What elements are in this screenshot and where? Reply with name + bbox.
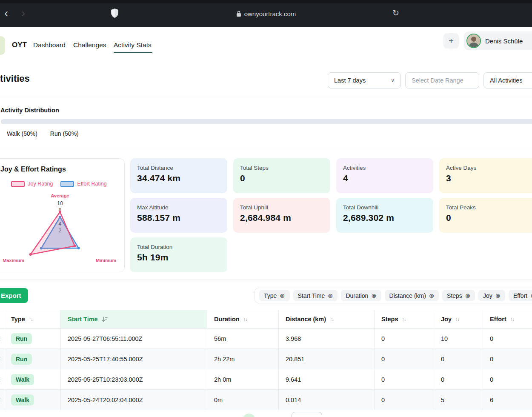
stat-label: Activities xyxy=(343,165,426,171)
stat-value: 5h 19m xyxy=(137,252,220,263)
table-row[interactable]: ⋮⋮ Run 2025-05-27T06:55:11.000Z 56m 3.96… xyxy=(0,328,532,349)
sort-icon[interactable]: ↑↓ xyxy=(510,317,514,322)
chip-label: Steps xyxy=(447,292,462,299)
joy-legend-label: Joy Rating xyxy=(28,181,53,187)
drag-handle-icon[interactable]: ⋮⋮ xyxy=(0,336,4,342)
drag-handle-icon[interactable]: ⋮⋮ xyxy=(0,356,4,362)
avatar xyxy=(466,34,481,48)
radar-title: Joy & Effort Ratings xyxy=(0,166,66,173)
effort-legend-label: Effort Rating xyxy=(77,181,106,187)
remove-icon[interactable]: ⊗ xyxy=(495,292,501,299)
table-row[interactable]: ⋮⋮ Run 2025-05-25T17:40:55.000Z 2h 22m 2… xyxy=(0,349,532,369)
stat-value: 3 xyxy=(446,173,529,183)
stat-total-downhill: Total Downhill2,689.302 m xyxy=(336,198,433,233)
export-button[interactable]: Export xyxy=(0,288,28,303)
stat-label: Max Altitude xyxy=(137,204,220,211)
date-range-input[interactable]: Select Date Range xyxy=(405,72,479,89)
col-header-start-time[interactable]: Start Time xyxy=(61,310,207,328)
cell-distance: 9.641 xyxy=(279,369,375,389)
address-bar[interactable]: ownyourtrack.com xyxy=(0,0,532,27)
chip-type[interactable]: Type⊗ xyxy=(259,290,290,301)
cell-start-time: 2025-05-25T10:23:03.000Z xyxy=(61,369,207,389)
activity-type-select[interactable]: All Activities xyxy=(483,72,532,89)
sort-icon[interactable]: ↑↓ xyxy=(455,317,459,322)
stat-max-altitude: Max Altitude588.157 m xyxy=(130,198,227,233)
type-badge: Walk xyxy=(11,394,34,406)
distribution-legend: Walk (50%) Run (50%) xyxy=(7,130,79,137)
remove-icon[interactable]: ⊗ xyxy=(371,292,376,299)
add-button[interactable]: + xyxy=(443,33,459,49)
tab-dashboard[interactable]: Dashboard xyxy=(33,41,66,49)
joy-swatch xyxy=(11,181,25,187)
cell-distance: 20.851 xyxy=(279,349,375,369)
drag-handle-icon[interactable]: ⋮⋮ xyxy=(0,377,4,383)
drag-handle-icon[interactable]: ⋮⋮ xyxy=(0,397,4,403)
stat-label: Total Duration xyxy=(137,244,220,250)
sort-desc-icon[interactable] xyxy=(102,317,108,322)
chip-effort[interactable]: Effort⊗ xyxy=(509,290,532,301)
activity-type-value: All Activities xyxy=(490,77,523,84)
sort-icon[interactable]: ↑↓ xyxy=(29,317,33,322)
tab-challenges[interactable]: Challenges xyxy=(73,41,106,49)
col-header-steps[interactable]: Steps↑↓ xyxy=(375,310,434,328)
time-range-value: Last 7 days xyxy=(334,77,366,84)
stat-label: Active Days xyxy=(446,165,529,171)
cell-effort: 0 xyxy=(483,369,532,389)
screen: ‹ › ownyourtrack.com ↻ OYT Dashboard Cha… xyxy=(0,0,532,417)
time-range-select[interactable]: Last 7 days ∨ xyxy=(328,72,401,89)
chip-joy[interactable]: Joy⊗ xyxy=(478,290,505,301)
cell-distance: 3.968 xyxy=(279,328,375,348)
col-header-distance[interactable]: Distance (km)↑↓ xyxy=(279,310,375,328)
divider xyxy=(0,147,532,147)
sort-icon[interactable]: ↑↓ xyxy=(402,317,406,322)
brand-oyt[interactable]: OYT xyxy=(12,41,27,49)
cell-start-time: 2025-05-24T20:02:04.000Z xyxy=(61,390,207,410)
col-header-effort[interactable]: Effort↑↓ xyxy=(483,310,532,328)
remove-icon[interactable]: ⊗ xyxy=(530,292,532,299)
chip-start-time[interactable]: Start Time⊗ xyxy=(293,290,338,301)
reload-icon[interactable]: ↻ xyxy=(392,8,399,18)
col-label: Effort xyxy=(490,316,506,323)
tab-activity-stats[interactable]: Activity Stats xyxy=(114,41,152,49)
column-chips: Type⊗ Start Time⊗ Duration⊗ Distance (km… xyxy=(255,288,532,303)
cell-steps: 0 xyxy=(375,390,434,410)
legend-walk: Walk (50%) xyxy=(7,130,37,137)
stat-value: 2,689.302 m xyxy=(343,213,426,223)
remove-icon[interactable]: ⊗ xyxy=(429,292,434,299)
legend-item-effort[interactable]: Effort Rating xyxy=(60,181,106,187)
stat-value: 34.474 km xyxy=(137,173,220,183)
cell-duration: 2h 22m xyxy=(207,349,279,369)
svg-text:Minimum: Minimum xyxy=(96,258,116,263)
effort-swatch xyxy=(60,181,74,187)
svg-text:Maximum: Maximum xyxy=(3,258,24,263)
col-header-duration[interactable]: Duration↑↓ xyxy=(207,310,279,328)
cell-steps: 0 xyxy=(375,349,434,369)
sort-icon[interactable]: ↑↓ xyxy=(330,317,334,322)
chip-distance[interactable]: Distance (km)⊗ xyxy=(385,290,439,301)
cell-joy: 0 xyxy=(434,369,483,389)
col-header-type[interactable]: Type↑↓ xyxy=(4,310,61,328)
chip-steps[interactable]: Steps⊗ xyxy=(442,290,475,301)
remove-icon[interactable]: ⊗ xyxy=(465,292,470,299)
svg-text:Average: Average xyxy=(51,193,69,198)
table-row[interactable]: ⋮⋮ Walk 2025-05-24T20:02:04.000Z 0m 0.01… xyxy=(0,390,532,410)
sort-icon[interactable]: ↑↓ xyxy=(243,317,247,322)
pagination-page-button[interactable] xyxy=(243,414,255,417)
remove-icon[interactable]: ⊗ xyxy=(328,292,333,299)
app-logo[interactable] xyxy=(0,36,5,55)
remove-icon[interactable]: ⊗ xyxy=(280,292,285,299)
col-label: Type xyxy=(11,316,25,323)
chip-duration[interactable]: Duration⊗ xyxy=(341,290,381,301)
col-header-joy[interactable]: Joy↑↓ xyxy=(434,310,483,328)
joy-effort-ratings-card: 10842AverageMinimumMaximum Joy & Effort … xyxy=(0,158,125,272)
user-menu[interactable]: Denis Schüle xyxy=(464,31,532,50)
pagination-next-button[interactable] xyxy=(292,412,322,417)
table-row[interactable]: ⋮⋮ Walk 2025-05-25T10:23:03.000Z 2h 0m 9… xyxy=(0,369,532,390)
chip-label: Start Time xyxy=(298,292,325,299)
page-title: Activities xyxy=(0,73,30,84)
stat-value: 0 xyxy=(446,213,529,223)
legend-item-joy[interactable]: Joy Rating xyxy=(11,181,53,187)
stat-total-steps: Total Steps0 xyxy=(233,158,330,193)
stats-grid: Total Distance34.474 km Total Steps0 Act… xyxy=(130,158,532,272)
cell-start-time: 2025-05-25T17:40:55.000Z xyxy=(61,349,207,369)
